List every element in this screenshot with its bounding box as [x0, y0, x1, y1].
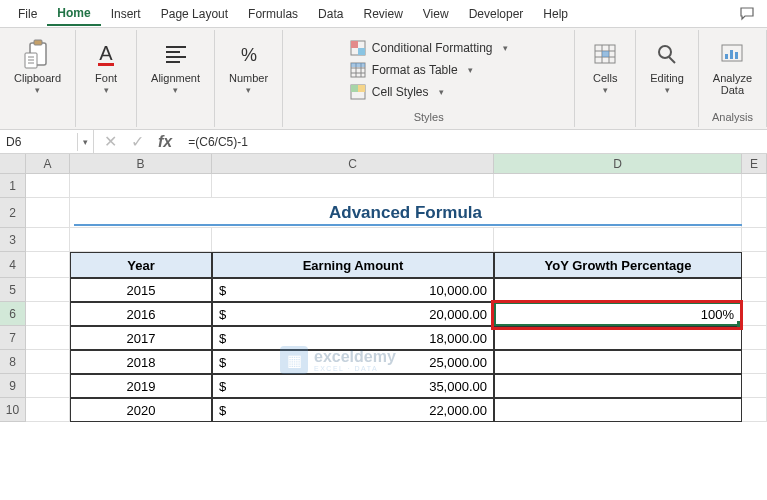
cancel-icon[interactable]: ✕ — [104, 132, 117, 151]
row-header[interactable]: 3 — [0, 228, 26, 252]
format-as-table-button[interactable]: Format as Table ▾ — [346, 60, 512, 80]
fx-icon[interactable]: fx — [158, 133, 172, 151]
formula-input[interactable]: =(C6/C5)-1 — [182, 133, 767, 151]
row-header[interactable]: 8 — [0, 350, 26, 374]
cell-amount[interactable]: $22,000.00 — [212, 398, 494, 422]
select-all-corner[interactable] — [0, 154, 26, 173]
svg-point-31 — [659, 46, 671, 58]
alignment-icon — [160, 38, 192, 70]
font-label: Font — [95, 72, 117, 84]
group-alignment: Alignment ▾ — [137, 30, 215, 127]
cell-year[interactable]: 2020 — [70, 398, 212, 422]
col-header-a[interactable]: A — [26, 154, 70, 173]
cells-button[interactable]: Cells ▾ — [583, 34, 627, 99]
svg-rect-23 — [351, 85, 358, 92]
cell-yoy[interactable] — [494, 398, 742, 422]
alignment-button[interactable]: Alignment ▾ — [145, 34, 206, 99]
svg-rect-35 — [730, 50, 733, 59]
namebox-dropdown[interactable]: ▾ — [78, 130, 94, 153]
analysis-group-label: Analysis — [712, 111, 753, 123]
clipboard-button[interactable]: Clipboard ▾ — [8, 34, 67, 99]
col-header-b[interactable]: B — [70, 154, 212, 173]
tab-help[interactable]: Help — [533, 3, 578, 25]
chevron-down-icon: ▾ — [246, 85, 251, 95]
tab-review[interactable]: Review — [353, 3, 412, 25]
cond-fmt-icon — [350, 40, 366, 56]
menu-bar: File Home Insert Page Layout Formulas Da… — [0, 0, 767, 28]
row-header[interactable]: 10 — [0, 398, 26, 422]
cell-year[interactable]: 2017 — [70, 326, 212, 350]
cell-year[interactable]: 2015 — [70, 278, 212, 302]
row-header[interactable]: 1 — [0, 174, 26, 198]
th-yoy: YoY Growth Percentage — [494, 252, 742, 278]
confirm-icon[interactable]: ✓ — [131, 132, 144, 151]
group-editing: Editing ▾ — [636, 30, 699, 127]
cell-year[interactable]: 2016 — [70, 302, 212, 326]
tab-view[interactable]: View — [413, 3, 459, 25]
row-header[interactable]: 5 — [0, 278, 26, 302]
cell-amount[interactable]: $10,000.00 — [212, 278, 494, 302]
cell-yoy[interactable] — [494, 278, 742, 302]
svg-text:A: A — [99, 42, 113, 64]
group-analysis: AnalyzeData Analysis — [699, 30, 767, 127]
th-year: Year — [70, 252, 212, 278]
chevron-down-icon: ▾ — [35, 85, 40, 95]
svg-rect-36 — [735, 52, 738, 59]
th-earning: Earning Amount — [212, 252, 494, 278]
tab-formulas[interactable]: Formulas — [238, 3, 308, 25]
fmt-table-label: Format as Table — [372, 63, 458, 77]
analyze-label: AnalyzeData — [713, 72, 752, 96]
percent-icon: % — [233, 38, 265, 70]
chevron-down-icon: ▾ — [603, 85, 608, 95]
cell-styles-icon — [350, 84, 366, 100]
svg-line-32 — [669, 57, 675, 63]
tab-insert[interactable]: Insert — [101, 3, 151, 25]
worksheet-grid[interactable]: A B C D E 1 2Advanced Formula 3 4 Year E… — [0, 154, 767, 422]
analyze-data-button[interactable]: AnalyzeData — [707, 34, 758, 100]
svg-text:%: % — [241, 45, 257, 65]
number-button[interactable]: % Number ▾ — [223, 34, 274, 99]
cell-styles-label: Cell Styles — [372, 85, 429, 99]
cell-amount[interactable]: $25,000.00 — [212, 350, 494, 374]
cell-amount[interactable]: $35,000.00 — [212, 374, 494, 398]
tab-page-layout[interactable]: Page Layout — [151, 3, 238, 25]
group-number: % Number ▾ — [215, 30, 283, 127]
cell-year[interactable]: 2019 — [70, 374, 212, 398]
col-header-e[interactable]: E — [742, 154, 767, 173]
conditional-formatting-button[interactable]: Conditional Formatting ▾ — [346, 38, 512, 58]
chart-icon — [716, 38, 748, 70]
name-box[interactable]: D6 — [0, 133, 78, 151]
tab-developer[interactable]: Developer — [459, 3, 534, 25]
svg-rect-14 — [351, 41, 358, 48]
row-header[interactable]: 2 — [0, 198, 26, 228]
tab-file[interactable]: File — [8, 3, 47, 25]
tab-data[interactable]: Data — [308, 3, 353, 25]
font-button[interactable]: A Font ▾ — [84, 34, 128, 99]
tab-home[interactable]: Home — [47, 2, 100, 26]
cond-fmt-label: Conditional Formatting — [372, 41, 493, 55]
row-header[interactable]: 7 — [0, 326, 26, 350]
svg-rect-24 — [358, 85, 365, 92]
cell-yoy[interactable] — [494, 374, 742, 398]
row-header[interactable]: 4 — [0, 252, 26, 278]
cell-yoy[interactable] — [494, 350, 742, 374]
cell-amount[interactable]: $18,000.00 — [212, 326, 494, 350]
cell-amount[interactable]: $20,000.00 — [212, 302, 494, 326]
chevron-down-icon: ▾ — [439, 87, 444, 97]
row-header[interactable]: 6 — [0, 302, 26, 326]
comments-icon[interactable] — [739, 7, 755, 21]
editing-button[interactable]: Editing ▾ — [644, 34, 690, 99]
cell-yoy-active[interactable]: 100% — [494, 302, 742, 326]
col-header-d[interactable]: D — [494, 154, 742, 173]
group-clipboard: Clipboard ▾ — [0, 30, 76, 127]
alignment-label: Alignment — [151, 72, 200, 84]
cell-yoy[interactable] — [494, 326, 742, 350]
cell-year[interactable]: 2018 — [70, 350, 212, 374]
styles-group-label: Styles — [414, 111, 444, 123]
chevron-down-icon: ▾ — [503, 43, 508, 53]
svg-rect-21 — [351, 63, 365, 67]
svg-rect-34 — [725, 54, 728, 59]
row-header[interactable]: 9 — [0, 374, 26, 398]
cell-styles-button[interactable]: Cell Styles ▾ — [346, 82, 512, 102]
col-header-c[interactable]: C — [212, 154, 494, 173]
